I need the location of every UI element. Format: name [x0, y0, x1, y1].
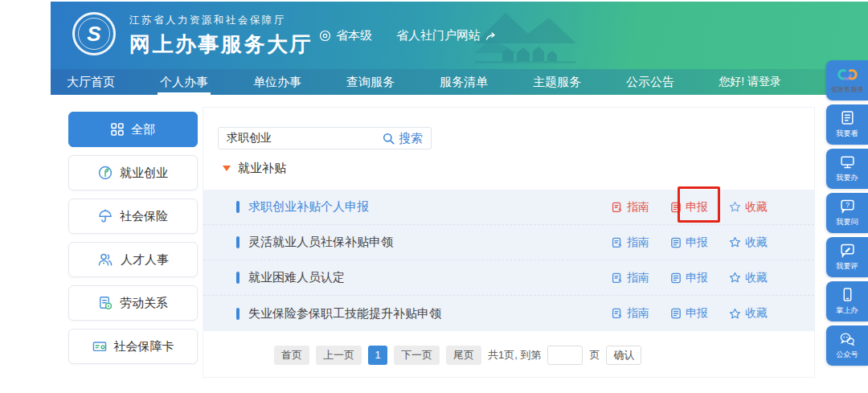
- service-row: 求职创业补贴个人申报 指南 申报 收藏: [203, 190, 814, 225]
- service-actions: 指南 申报 收藏: [612, 306, 768, 321]
- favorite-button[interactable]: 收藏: [729, 235, 768, 250]
- sidebar-item-talent[interactable]: 人才人事: [68, 242, 198, 277]
- apply-label: 申报: [686, 235, 708, 250]
- guide-label: 指南: [627, 235, 649, 250]
- rail-item-official-account[interactable]: 公众号: [826, 325, 868, 366]
- favorite-label: 收藏: [745, 306, 768, 321]
- service-row: 就业困难人员认定 指南 申报 收藏: [203, 260, 814, 296]
- sidebar-item-employment[interactable]: 就业创业: [68, 155, 198, 190]
- service-title-link[interactable]: 灵活就业人员社保补贴申领: [248, 235, 612, 250]
- service-row: 灵活就业人员社保补贴申领 指南 申报 收藏: [203, 225, 814, 260]
- service-title-link[interactable]: 失业保险参保职工技能提升补贴申领: [248, 306, 612, 321]
- favorite-button[interactable]: 收藏: [729, 271, 768, 285]
- pagination: 首页 上一页 1 下一页 尾页 共1页, 到第 页 确认: [274, 346, 641, 365]
- region-selector[interactable]: 省本级: [319, 28, 372, 43]
- bullet-bar: [236, 201, 240, 213]
- apply-button[interactable]: 申报: [670, 271, 708, 285]
- search-box: 搜索: [218, 127, 432, 149]
- nav-item-personal[interactable]: 个人办事: [160, 69, 208, 95]
- phone-icon: [840, 287, 855, 302]
- sidebar-item-label: 全部: [131, 122, 155, 137]
- login-link[interactable]: 您好! 请登录: [719, 75, 781, 89]
- favorite-button[interactable]: 收藏: [729, 306, 768, 321]
- rail-item-label: 我要办: [836, 173, 858, 183]
- rail-item-ask[interactable]: ? 我要问: [826, 193, 868, 233]
- nav-item-service-list[interactable]: 服务清单: [440, 69, 488, 95]
- header: S 江苏省人力资源和社会保障厅 网上办事服务大厅 省本级 省人社门户网站: [51, 2, 868, 69]
- service-actions: 指南 申报 收藏: [612, 235, 768, 250]
- wechat-icon: [839, 332, 855, 346]
- pagination-first-button[interactable]: 首页: [274, 346, 309, 365]
- sidebar-item-label: 社会保障卡: [114, 339, 174, 354]
- question-bubble-icon: ?: [840, 199, 855, 214]
- pagination-next-button[interactable]: 下一页: [394, 346, 440, 365]
- main-nav: 大厅首页 个人办事 单位办事 查询服务 服务清单 主题服务 公示公告 您好! 请…: [51, 69, 868, 95]
- rail-item-gov-service[interactable]: 省政务服务: [826, 60, 868, 100]
- chevron-down-icon: [223, 166, 231, 171]
- sidebar-item-labor-relations[interactable]: 劳动关系: [68, 285, 198, 321]
- sidebar-item-social-security-card[interactable]: 社会保障卡: [68, 329, 198, 364]
- pagination-goto-input[interactable]: [547, 346, 583, 365]
- guide-label: 指南: [627, 200, 649, 215]
- guide-button[interactable]: 指南: [612, 200, 649, 215]
- portal-link[interactable]: 省人社门户网站: [396, 28, 496, 43]
- apply-button[interactable]: 申报: [670, 200, 708, 215]
- service-row: 失业保险参保职工技能提升补贴申领 指南 申报 收藏: [203, 296, 814, 331]
- rail-item-mobile[interactable]: 掌上办: [826, 281, 868, 321]
- nav-item-query[interactable]: 查询服务: [346, 69, 395, 95]
- search-button-label: 搜索: [399, 131, 423, 146]
- favorite-label: 收藏: [745, 271, 768, 285]
- guide-label: 指南: [627, 306, 649, 321]
- rail-item-review[interactable]: 我要评: [826, 237, 868, 277]
- service-title-link[interactable]: 就业困难人员认定: [248, 270, 612, 285]
- apply-label: 申报: [686, 306, 708, 321]
- employment-icon: [98, 166, 113, 180]
- rail-item-label: 我要看: [836, 129, 858, 139]
- apply-button[interactable]: 申报: [670, 235, 708, 250]
- rail-item-label: 我要评: [836, 261, 858, 272]
- service-group-header[interactable]: 就业补贴: [223, 161, 286, 176]
- favorite-button[interactable]: 收藏: [729, 200, 768, 215]
- apply-label: 申报: [686, 271, 708, 285]
- service-actions: 指南 申报 收藏: [612, 271, 768, 285]
- pagination-confirm-button[interactable]: 确认: [606, 346, 641, 365]
- sidebar-item-label: 社会保险: [120, 209, 168, 224]
- search-button[interactable]: 搜索: [383, 131, 431, 146]
- apply-label: 申报: [686, 200, 708, 215]
- service-panel: 搜索 就业补贴 求职创业补贴个人申报 指南 申报: [203, 107, 815, 378]
- landscape-decoration: [475, 6, 660, 69]
- nav-item-announcements[interactable]: 公示公告: [626, 69, 674, 95]
- rail-item-do[interactable]: 我要办: [826, 149, 868, 189]
- pagination-last-button[interactable]: 尾页: [446, 346, 481, 365]
- apply-button[interactable]: 申报: [670, 306, 708, 321]
- service-list: 求职创业补贴个人申报 指南 申报 收藏: [203, 190, 814, 331]
- svg-text:?: ?: [845, 201, 850, 209]
- portal-label: 省人社门户网站: [396, 28, 481, 43]
- rail-item-label: 省政务服务: [830, 84, 863, 94]
- rail-item-watch[interactable]: 我要看: [826, 104, 868, 145]
- guide-button[interactable]: 指南: [612, 306, 649, 321]
- guide-button[interactable]: 指南: [612, 235, 649, 250]
- bullet-bar: [236, 272, 240, 284]
- search-input[interactable]: [219, 132, 383, 145]
- guide-button[interactable]: 指南: [612, 271, 649, 285]
- nav-item-hall-home[interactable]: 大厅首页: [67, 69, 115, 95]
- service-title-link[interactable]: 求职创业补贴个人申报: [248, 199, 612, 215]
- bullet-bar: [236, 308, 240, 320]
- sidebar-item-social-insurance[interactable]: 社会保险: [68, 199, 198, 234]
- site-title-block: 江苏省人力资源和社会保障厅 网上办事服务大厅: [129, 14, 313, 59]
- pagination-prev-button[interactable]: 上一页: [316, 346, 362, 365]
- card-icon: [92, 339, 107, 354]
- nav-item-unit[interactable]: 单位办事: [253, 69, 301, 95]
- search-icon: [383, 133, 395, 145]
- list-icon: [840, 110, 855, 125]
- sidebar-item-all[interactable]: 全部: [68, 112, 198, 147]
- page: S 江苏省人力资源和社会保障厅 网上办事服务大厅 省本级 省人社门户网站 大厅首…: [0, 0, 868, 393]
- floating-rail: 省政务服务 我要看 我要办 ? 我要问 我要评: [826, 60, 868, 366]
- pagination-current-page[interactable]: 1: [368, 346, 387, 365]
- service-actions: 指南 申报 收藏: [612, 200, 768, 215]
- favorite-label: 收藏: [745, 200, 768, 215]
- nav-item-theme[interactable]: 主题服务: [533, 69, 581, 95]
- org-name: 江苏省人力资源和社会保障厅: [129, 14, 313, 27]
- review-bubble-icon: [840, 243, 855, 258]
